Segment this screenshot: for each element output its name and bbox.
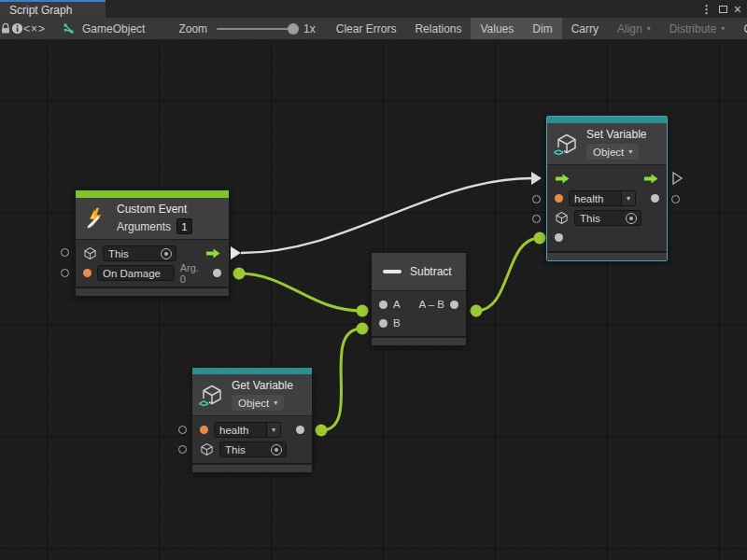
value-output-port[interactable] [296, 426, 304, 434]
node-footer [192, 463, 312, 472]
arg0-label: Arg. 0 [180, 262, 207, 285]
wire-subtract-to-setvariable[interactable] [476, 238, 540, 311]
custom-event-input-ring[interactable] [61, 248, 69, 257]
zoom-value: 1x [303, 22, 316, 35]
graph-target[interactable]: GameObject [46, 18, 158, 39]
custom-event-exec-output-marker[interactable] [231, 246, 241, 259]
wire-arrowhead [531, 172, 542, 185]
set-variable-input-ring[interactable] [532, 215, 541, 223]
values-button[interactable]: Values [471, 18, 523, 39]
zoom-slider-knob[interactable] [288, 23, 299, 35]
variable-brackets-icon: <> [553, 147, 564, 158]
value-output-port[interactable] [651, 194, 659, 203]
subtract-a-label: A [393, 299, 401, 310]
distribute-button[interactable]: Distribute ▾ [660, 18, 735, 39]
tab-script-graph[interactable]: Script Graph [0, 0, 106, 18]
carry-button[interactable]: Carry [562, 18, 608, 39]
variable-kind-value: Object [238, 398, 269, 409]
variable-name-port[interactable] [200, 426, 208, 434]
node-footer [76, 287, 229, 296]
arg0-output-port[interactable] [213, 269, 221, 277]
subtract-b-port[interactable] [379, 319, 388, 328]
node-title: Custom Event [117, 203, 192, 216]
node-subtract[interactable]: Subtract A A – B B [371, 252, 467, 346]
target-field[interactable]: This [219, 441, 287, 457]
target-icon[interactable] [626, 213, 637, 224]
target-icon[interactable] [271, 444, 282, 455]
cube-icon [555, 211, 569, 225]
wire-getvariable-to-subtract-b[interactable] [321, 329, 362, 430]
node-title: Get Variable [232, 379, 293, 392]
distribute-label: Distribute [669, 22, 717, 35]
lock-icon [0, 22, 11, 35]
wire-endpoint [534, 232, 546, 245]
node-title: Set Variable [586, 128, 646, 141]
variable-name-port[interactable] [555, 194, 563, 203]
info-button[interactable] [11, 18, 23, 39]
align-button[interactable]: Align ▾ [608, 18, 660, 39]
variable-kind-dropdown[interactable]: Object ▾ [232, 395, 284, 411]
kebab-icon[interactable]: ⋮ [701, 4, 712, 15]
cube-icon [200, 442, 214, 456]
subtract-a-port[interactable] [379, 301, 388, 309]
variable-name-dropdown[interactable]: health ▾ [569, 190, 636, 206]
subtract-result-port[interactable] [450, 301, 458, 309]
wire-arg0-to-subtract-a[interactable] [239, 273, 362, 311]
node-color-bar [192, 368, 312, 374]
event-name-value: On Damage [98, 268, 174, 279]
close-icon[interactable]: × [734, 3, 741, 16]
exec-input-port[interactable] [555, 173, 571, 185]
node-set-variable[interactable]: <> Set Variable Object ▾ [546, 116, 668, 261]
zoom-slider[interactable] [217, 28, 295, 30]
target-field[interactable]: This [574, 210, 641, 226]
wire-endpoint [357, 323, 369, 335]
relations-button[interactable]: Relations [405, 18, 471, 39]
node-title: Subtract [410, 265, 452, 278]
target-value: This [220, 444, 271, 455]
node-custom-event[interactable]: Custom Event Arguments 1 This [75, 189, 230, 297]
bolt-pencil-icon [84, 206, 108, 231]
wire-endpoint [316, 425, 328, 437]
value-input-port[interactable] [555, 233, 563, 242]
node-footer [372, 336, 466, 345]
get-variable-input-ring[interactable] [178, 426, 187, 434]
custom-event-input-ring[interactable] [61, 269, 69, 277]
code-view-button[interactable]: <×> [23, 18, 46, 39]
variable-name-dropdown[interactable]: health ▾ [214, 422, 281, 438]
variable-brackets-icon: <> [198, 399, 209, 409]
dim-button[interactable]: Dim [523, 18, 561, 39]
event-target-port[interactable] [83, 269, 92, 277]
minus-icon [383, 270, 402, 273]
dropdown-arrow-icon[interactable]: ▾ [266, 423, 280, 437]
toolbar: <×> GameObject Zoom 1x Clear Errors Rela… [0, 18, 747, 40]
info-icon [11, 22, 23, 35]
graph-canvas[interactable]: Custom Event Arguments 1 This [0, 40, 747, 560]
target-value: This [104, 248, 161, 259]
set-variable-input-ring[interactable] [532, 195, 541, 203]
dropdown-arrow-icon: ▾ [628, 147, 632, 156]
lock-button[interactable] [0, 18, 11, 39]
target-value: This [575, 213, 626, 224]
target-field[interactable]: This [103, 245, 176, 261]
get-variable-input-ring[interactable] [178, 445, 187, 454]
maximize-icon[interactable] [719, 6, 727, 13]
clear-errors-button[interactable]: Clear Errors [327, 18, 406, 39]
wire-exec-customevent-to-setvariable[interactable] [241, 178, 532, 253]
set-variable-exec-output-marker[interactable] [671, 171, 684, 186]
set-variable-output-ring[interactable] [671, 195, 680, 203]
target-icon[interactable] [161, 248, 172, 259]
align-label: Align [617, 22, 642, 35]
node-get-variable[interactable]: <> Get Variable Object ▾ health ▾ [191, 367, 313, 473]
variable-kind-dropdown[interactable]: Object ▾ [586, 144, 639, 160]
exec-output-port[interactable] [643, 173, 659, 185]
exec-output-port[interactable] [205, 247, 221, 259]
overview-button[interactable]: Overv [734, 18, 747, 39]
arguments-input[interactable]: 1 [176, 218, 192, 234]
variable-kind-value: Object [593, 147, 624, 158]
event-name-field[interactable]: On Damage [97, 265, 175, 281]
dropdown-arrow-icon[interactable]: ▾ [621, 191, 635, 205]
dropdown-arrow-icon: ▾ [274, 399, 277, 407]
graph-icon [63, 23, 75, 35]
dropdown-arrow-icon: ▾ [647, 24, 651, 33]
dropdown-arrow-icon: ▾ [721, 24, 725, 33]
